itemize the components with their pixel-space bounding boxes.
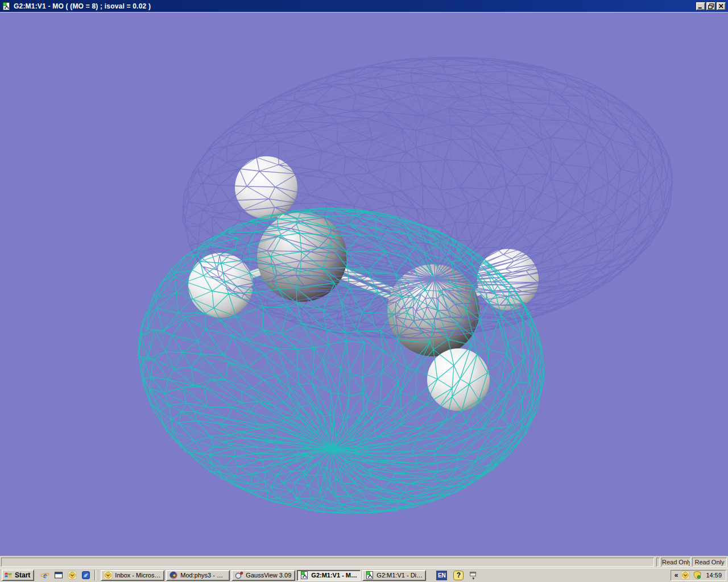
- taskbar-separator: [94, 570, 96, 580]
- show-desktop-quicklaunch-icon[interactable]: [52, 569, 65, 581]
- mo-3d-viewport[interactable]: [0, 13, 728, 556]
- gaussview-icon: [234, 571, 243, 580]
- taskbar-button-label: Inbox - Microso...: [115, 572, 162, 579]
- taskbar-button-label: Mod:phys3 - Ch...: [180, 572, 227, 579]
- taskbar-button-1[interactable]: Inbox - Microso...: [101, 570, 164, 581]
- task-buttons: Inbox - Microso...Mod:phys3 - Ch...Gauss…: [101, 570, 426, 581]
- svg-text:e: e: [43, 571, 47, 580]
- status-readonly-right: Read Only: [692, 558, 727, 567]
- taskbar: Start e Inbox - Microso...Mod:phys3 - Ch…: [0, 568, 728, 582]
- taskbar-button-label: GaussView 3.09: [246, 572, 291, 579]
- chevron-down-icon: ▾: [473, 577, 475, 580]
- window-controls: [696, 2, 726, 10]
- restore-button[interactable]: [706, 2, 715, 10]
- molecular-orbital-scene: [0, 13, 728, 556]
- taskbar-button-2[interactable]: Mod:phys3 - Ch...: [166, 570, 230, 581]
- internet-explorer-quicklaunch-icon[interactable]: e: [39, 569, 51, 581]
- firefox-icon: [169, 571, 178, 580]
- close-icon: [717, 3, 725, 10]
- minimize-icon: [697, 3, 705, 10]
- taskbar-button-label: G2:M1:V1 - Disp...: [377, 572, 423, 579]
- status-readonly-left: Read Only: [661, 558, 690, 567]
- media-player-quicklaunch-icon[interactable]: [80, 569, 92, 581]
- system-tray: « 14:59: [671, 570, 726, 581]
- close-button[interactable]: [717, 2, 726, 10]
- quick-launch-bar: e: [39, 569, 92, 581]
- outlook-tray-icon[interactable]: [681, 571, 690, 580]
- help-tray-icon[interactable]: ?: [453, 571, 464, 580]
- windows-flag-icon: [4, 571, 13, 580]
- taskbar-button-4[interactable]: G2:M1:V1 - MO...: [297, 570, 361, 581]
- taskbar-button-3[interactable]: GaussView 3.09: [231, 570, 295, 581]
- outlook-icon: [104, 571, 113, 580]
- security-shield-tray-icon[interactable]: [693, 571, 702, 580]
- gaussview-doc-icon: [300, 571, 309, 580]
- gaussview-doc-icon: [365, 571, 374, 580]
- taskbar-button-label: G2:M1:V1 - MO...: [311, 572, 358, 579]
- status-panel-separator: [656, 558, 660, 567]
- taskbar-clock: 14:59: [706, 572, 722, 579]
- start-button[interactable]: Start: [2, 569, 34, 581]
- taskbar-button-5[interactable]: G2:M1:V1 - Disp...: [362, 570, 426, 581]
- window-title: G2:M1:V1 - MO ( (MO = 8) ; isoval = 0.02…: [14, 2, 696, 10]
- language-indicator[interactable]: EN: [436, 571, 447, 580]
- tray-collapse-chevron[interactable]: «: [675, 572, 679, 578]
- restore-icon: [707, 3, 715, 10]
- status-bar: Read Only Read Only: [0, 556, 728, 568]
- minimize-button[interactable]: [696, 2, 705, 10]
- start-label: Start: [15, 571, 30, 579]
- status-panel-main: [1, 558, 654, 567]
- outlook-quicklaunch-icon[interactable]: [66, 569, 78, 581]
- desktop-toolbar-icon[interactable]: ▾: [469, 571, 477, 580]
- gaussview-doc-icon: [2, 2, 11, 11]
- title-bar[interactable]: G2:M1:V1 - MO ( (MO = 8) ; isoval = 0.02…: [0, 0, 728, 13]
